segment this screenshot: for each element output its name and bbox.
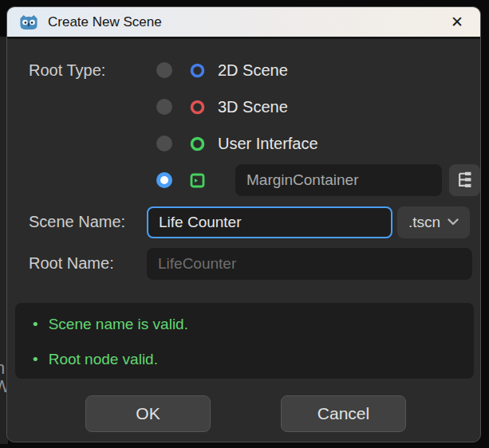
radio-custom-node[interactable] <box>156 172 172 188</box>
root-type-label: Root Type: <box>29 61 156 80</box>
root-name-row: Root Name: <box>7 245 480 282</box>
dialog-titlebar: Create New Scene ✕ <box>7 7 480 39</box>
option-label-ui: User Interface <box>218 135 318 153</box>
dialog-actions: OK Cancel <box>7 395 480 432</box>
node2d-icon <box>190 63 205 78</box>
godot-logo-icon <box>18 14 39 31</box>
close-icon[interactable]: ✕ <box>445 10 469 34</box>
scene-tree-icon <box>456 171 474 189</box>
node3d-icon <box>190 100 205 115</box>
extension-value: .tscn <box>408 214 440 231</box>
chevron-down-icon <box>448 218 459 226</box>
root-type-row-3d: 3D Scene <box>7 88 480 125</box>
control-icon <box>190 136 205 151</box>
create-new-scene-dialog: Create New Scene ✕ Root Type: 2D Scene 3… <box>6 6 481 442</box>
radio-user-interface[interactable] <box>156 136 172 151</box>
scene-name-input[interactable] <box>147 206 392 238</box>
scene-name-label: Scene Name: <box>29 213 147 231</box>
root-type-row-custom <box>7 162 480 198</box>
root-type-row-ui: User Interface <box>7 125 480 162</box>
validation-panel: • Scene name is valid. • Root node valid… <box>15 303 474 379</box>
bullet-icon: • <box>33 316 38 333</box>
extension-dropdown[interactable]: .tscn <box>397 206 470 238</box>
dialog-title: Create New Scene <box>48 14 162 30</box>
option-label-2d: 2D Scene <box>218 61 288 80</box>
bullet-icon: • <box>33 351 38 368</box>
root-name-label: Root Name: <box>29 254 147 273</box>
scene-name-row: Scene Name: .tscn <box>7 203 480 241</box>
custom-node-type-input[interactable] <box>235 164 442 196</box>
validation-message: • Root node valid. <box>33 351 456 368</box>
radio-2d-scene[interactable] <box>156 62 172 78</box>
background-text-fragment: h <box>0 360 5 377</box>
root-type-row-2d: Root Type: 2D Scene <box>7 52 480 88</box>
pick-node-type-button[interactable] <box>449 164 480 196</box>
cancel-button[interactable]: Cancel <box>281 395 406 432</box>
dialog-body: Root Type: 2D Scene 3D Scene User Interf… <box>7 39 480 442</box>
validation-message: • Scene name is valid. <box>33 316 456 333</box>
root-name-input[interactable] <box>147 248 472 280</box>
option-label-3d: 3D Scene <box>218 98 288 116</box>
radio-3d-scene[interactable] <box>156 99 172 115</box>
control-square-icon <box>190 173 205 188</box>
ok-button[interactable]: OK <box>85 395 211 432</box>
